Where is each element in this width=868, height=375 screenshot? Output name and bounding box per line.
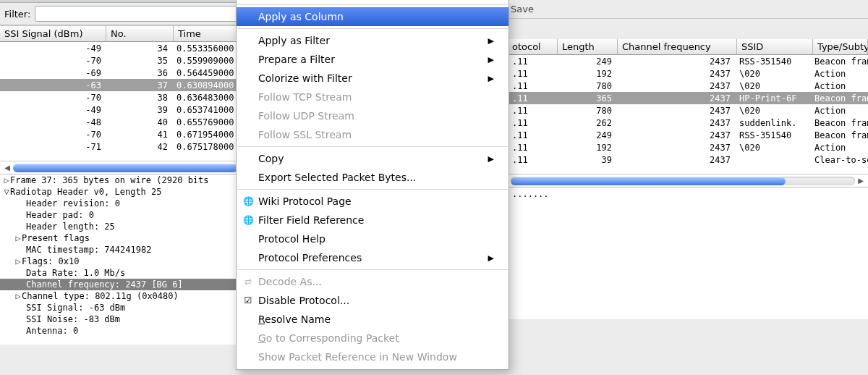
menu-copy[interactable]: Copy▶ xyxy=(237,149,509,168)
detail-line[interactable]: Header pad: 0 xyxy=(26,210,94,220)
menu-protocol-preferences[interactable]: Protocol Preferences▶ xyxy=(237,248,509,267)
cell-channel-frequency: 2437 xyxy=(616,143,735,153)
detail-line[interactable]: SSI Noise: -83 dBm xyxy=(26,314,120,324)
expand-icon[interactable]: ▷ xyxy=(14,256,22,266)
table-row[interactable]: .111922437\020Action xyxy=(508,141,868,153)
col-length[interactable]: Length xyxy=(558,39,618,54)
table-row[interactable]: .112622437suddenlink.Beacon frame xyxy=(508,117,868,129)
cell-length: 262 xyxy=(557,118,616,128)
right-region: Save otocol Length Channel frequency SSI… xyxy=(508,0,868,375)
detail-line[interactable]: Radiotap Header v0, Length 25 xyxy=(10,187,162,197)
menu-disable-protocol[interactable]: ☑Disable Protocol... xyxy=(237,291,509,310)
menu-decode-as: ⇄Decode As... xyxy=(237,272,509,291)
scroll-thumb[interactable] xyxy=(511,177,786,185)
col-no[interactable]: No. xyxy=(106,26,174,41)
cell-channel-frequency: 2437 xyxy=(616,130,735,140)
packet-list-right[interactable]: .112492437RSS-351540Beacon frame.1119224… xyxy=(508,55,868,174)
table-row[interactable]: .112492437RSS-351540Beacon frame xyxy=(508,55,868,67)
globe-icon: 🌐 xyxy=(242,195,254,207)
detail-line[interactable]: Antenna: 0 xyxy=(26,326,78,336)
menu-protocol-help[interactable]: Protocol Help xyxy=(237,229,509,248)
expand-icon[interactable]: ▷ xyxy=(14,233,22,243)
detail-line[interactable]: Frame 37: 365 bytes on wire (2920 bits xyxy=(10,175,209,185)
table-row[interactable]: .117802437\020Action xyxy=(508,80,868,92)
cell-channel-frequency: 2437 xyxy=(616,81,735,91)
app-window: Filter: SSI Signal (dBm) No. Time -49340… xyxy=(0,0,868,375)
cell-ssi: -69 xyxy=(0,68,106,78)
cell-no: 38 xyxy=(106,93,172,103)
cell-protocol: .11 xyxy=(508,118,557,128)
menu-resolve-name[interactable]: Resolve Name xyxy=(237,310,509,329)
detail-line-selected[interactable]: Channel frequency: 2437 [BG 6] xyxy=(26,279,183,290)
collapse-icon[interactable]: ▽ xyxy=(3,187,10,197)
filter-label: Filter: xyxy=(4,9,30,20)
col-type-subtype[interactable]: Type/Subtype xyxy=(813,39,868,54)
col-ssid[interactable]: SSID xyxy=(737,39,813,54)
table-row[interactable]: .112492437RSS-351540Beacon frame xyxy=(508,129,868,141)
context-menu: Apply as Column Apply as Filter▶ Prepare… xyxy=(236,0,509,370)
table-row[interactable]: .11392437Clear-to-send xyxy=(508,153,868,166)
cell-channel-frequency: 2437 xyxy=(616,69,735,79)
detail-line[interactable]: SSI Signal: -63 dBm xyxy=(26,303,125,313)
menu-apply-as-column[interactable]: Apply as Column xyxy=(237,7,509,26)
menu-wiki-protocol-page[interactable]: 🌐Wiki Protocol Page xyxy=(237,192,509,211)
table-row[interactable]: .111922437\020Action xyxy=(508,67,868,80)
scroll-track[interactable] xyxy=(511,177,855,185)
menu-apply-as-filter[interactable]: Apply as Filter▶ xyxy=(237,31,509,50)
menu-follow-tcp-stream: Follow TCP Stream xyxy=(237,88,509,106)
cell-channel-frequency: 2437 xyxy=(616,93,735,104)
scroll-left-icon[interactable]: ◀ xyxy=(3,164,12,172)
cell-protocol: .11 xyxy=(508,93,557,104)
menu-go-to-corresponding-packet: Go to Corresponding Packet xyxy=(237,329,509,347)
cell-ssi: -70 xyxy=(0,56,106,66)
detail-line[interactable]: Flags: 0x10 xyxy=(22,256,79,266)
cell-ssid: suddenlink. xyxy=(735,118,810,128)
packet-list-right-hscroll[interactable]: ▶ xyxy=(508,174,868,187)
detail-line[interactable]: Header revision: 0 xyxy=(26,198,120,208)
packet-bytes-right[interactable]: ....... xyxy=(508,187,868,319)
cell-no: 36 xyxy=(106,68,172,78)
cell-channel-frequency: 2437 xyxy=(616,118,735,128)
cell-ssi: -71 xyxy=(0,142,106,152)
scroll-right-icon[interactable]: ▶ xyxy=(856,177,865,185)
cell-protocol: .11 xyxy=(508,81,557,91)
cell-type-subtype: Action xyxy=(810,69,868,79)
menu-export-selected-packet-bytes[interactable]: Export Selected Packet Bytes... xyxy=(237,168,509,187)
col-protocol[interactable]: otocol xyxy=(508,39,558,54)
scroll-thumb[interactable] xyxy=(13,164,237,172)
cell-no: 41 xyxy=(106,130,172,140)
submenu-arrow-icon: ▶ xyxy=(488,55,494,64)
table-row[interactable]: .117802437\020Action xyxy=(508,104,868,117)
expand-icon[interactable]: ▷ xyxy=(14,291,22,301)
cell-ssi: -49 xyxy=(0,105,106,115)
cell-protocol: .11 xyxy=(508,69,557,79)
bytes-line: ....... xyxy=(508,189,868,201)
col-ssi-signal[interactable]: SSI Signal (dBm) xyxy=(0,26,106,41)
col-channel-frequency[interactable]: Channel frequency xyxy=(618,39,737,54)
detail-line[interactable]: Present flags xyxy=(22,233,90,243)
detail-line[interactable]: MAC timestamp: 744241982 xyxy=(26,245,151,255)
cell-length: 39 xyxy=(557,155,616,165)
expand-icon[interactable]: ▷ xyxy=(3,175,10,185)
detail-line[interactable]: Data Rate: 1.0 Mb/s xyxy=(26,268,125,278)
cell-ssid: HP-Print-6F xyxy=(735,93,810,104)
toolbar-save-fragment[interactable]: Save xyxy=(508,0,868,19)
decode-icon: ⇄ xyxy=(242,276,254,287)
cell-type-subtype: Beacon frame xyxy=(810,130,868,140)
cell-length: 192 xyxy=(557,143,616,153)
detail-line[interactable]: Channel type: 802.11g (0x0480) xyxy=(22,291,179,301)
cell-channel-frequency: 2437 xyxy=(616,155,735,165)
cell-ssi: -70 xyxy=(0,130,106,140)
cell-ssid: \020 xyxy=(735,69,810,79)
cell-ssid: \020 xyxy=(735,143,810,153)
menu-colorize-with-filter[interactable]: Colorize with Filter▶ xyxy=(237,69,509,88)
checkbox-icon: ☑ xyxy=(242,295,254,306)
cell-ssi: -63 xyxy=(0,80,106,90)
table-row[interactable]: .113652437HP-Print-6FBeacon frame xyxy=(508,92,868,104)
menu-prepare-a-filter[interactable]: Prepare a Filter▶ xyxy=(237,50,509,69)
cell-protocol: .11 xyxy=(508,155,557,165)
detail-line[interactable]: Header length: 25 xyxy=(26,222,115,232)
cell-ssid: RSS-351540 xyxy=(735,130,810,140)
cell-ssi: -48 xyxy=(0,117,106,127)
menu-filter-field-reference[interactable]: 🌐Filter Field Reference xyxy=(237,211,509,229)
